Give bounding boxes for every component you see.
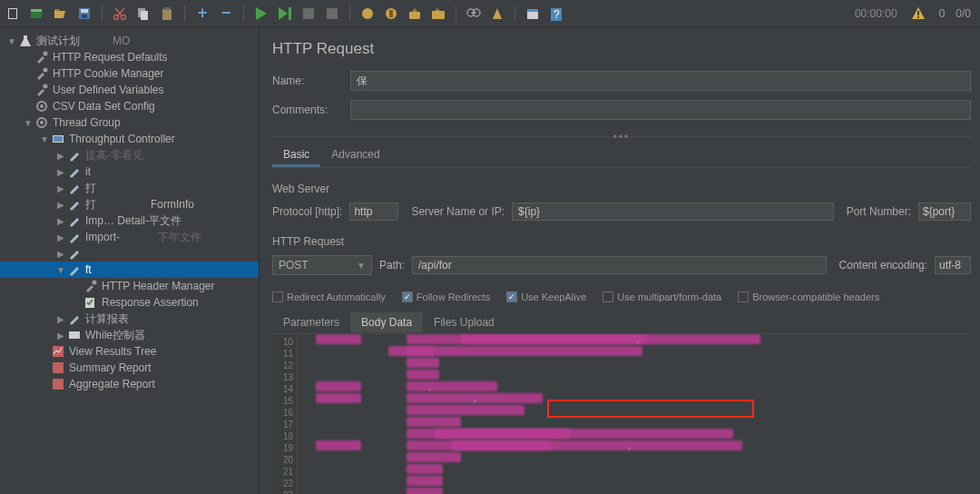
tree-throughput-controller[interactable]: ▼Throughput Controller <box>0 131 259 147</box>
svg-rect-27 <box>527 9 538 12</box>
comments-input[interactable] <box>350 100 971 120</box>
name-row: Name: <box>272 71 971 91</box>
new-icon[interactable] <box>5 5 22 22</box>
toolbar-sep <box>349 5 350 22</box>
tree-item[interactable]: ▶it <box>0 163 259 180</box>
redirect-auto-checkbox[interactable] <box>272 291 283 302</box>
tab-parameters[interactable]: Parameters <box>272 312 350 332</box>
tree-test-plan[interactable]: ▼测试计划MO <box>0 33 259 49</box>
run-no-pause-icon[interactable] <box>277 5 293 22</box>
sampler-icon <box>67 197 82 212</box>
tree-item-selected[interactable]: ▼ft <box>0 262 259 278</box>
tree-item[interactable]: ▶计算报表 <box>0 311 259 327</box>
tree-view-results-tree[interactable]: View Results Tree <box>0 343 259 360</box>
tree-cookie-manager[interactable]: HTTP Cookie Manager <box>0 65 259 82</box>
tree-user-vars[interactable]: User Defined Variables <box>0 82 259 98</box>
open-icon[interactable] <box>53 5 69 22</box>
plus-icon[interactable]: + <box>194 5 211 22</box>
name-input[interactable] <box>350 71 971 91</box>
controller-icon <box>67 328 82 342</box>
tab-files-upload[interactable]: Files Upload <box>423 312 505 332</box>
follow-redirects-checkbox[interactable] <box>402 291 413 302</box>
svg-rect-3 <box>31 9 42 12</box>
listener-icon <box>51 344 65 359</box>
tree-item[interactable]: ▶提高-零看见 <box>0 147 259 163</box>
tab-advanced[interactable]: Advanced <box>320 144 390 167</box>
svg-point-34 <box>44 84 48 89</box>
cut-icon[interactable] <box>112 5 128 22</box>
multipart-checkbox[interactable] <box>603 291 613 302</box>
svg-text:?: ? <box>554 8 560 21</box>
clear-all-icon[interactable] <box>430 5 446 22</box>
remote-start-icon[interactable] <box>359 5 376 22</box>
tree-response-assertion[interactable]: Response Assertion <box>0 294 259 311</box>
stop-icon[interactable] <box>300 5 317 22</box>
wrench-icon <box>34 66 49 81</box>
keepalive-checkbox[interactable] <box>506 291 517 302</box>
editor-code[interactable]: ,,,, <box>298 334 971 494</box>
split-pane: ▼测试计划MO HTTP Request Defaults HTTP Cooki… <box>0 27 980 494</box>
run-icon[interactable] <box>253 5 270 22</box>
options-row: Redirect Automatically Follow Redirects … <box>272 291 971 302</box>
gear-icon <box>34 99 49 114</box>
tree-item[interactable]: ▶打FormInfo <box>0 196 259 212</box>
shutdown-icon[interactable] <box>324 5 340 22</box>
tree-item[interactable]: ▶Import-下年文件 <box>0 229 259 245</box>
sampler-icon <box>67 311 82 326</box>
toolbar-sep <box>243 5 244 22</box>
tree-while-controller[interactable]: ▶While控制器 <box>0 327 259 343</box>
tree-item[interactable]: ▶ <box>0 245 259 262</box>
warning-icon[interactable] <box>910 5 926 22</box>
copy-icon[interactable] <box>135 5 152 22</box>
tree-http-defaults[interactable]: HTTP Request Defaults <box>0 49 259 65</box>
svg-rect-15 <box>289 7 291 20</box>
reset-search-icon[interactable] <box>489 5 505 22</box>
svg-rect-22 <box>432 11 445 19</box>
tab-basic[interactable]: Basic <box>272 144 320 167</box>
svg-rect-16 <box>303 8 314 19</box>
port-input[interactable] <box>918 203 971 221</box>
tree-summary-report[interactable]: Summary Report <box>0 360 259 376</box>
svg-rect-17 <box>327 8 338 19</box>
svg-point-32 <box>44 52 48 56</box>
toolbar-sep <box>102 5 103 22</box>
tree-item[interactable]: ▶打 <box>0 180 259 196</box>
function-icon[interactable] <box>524 5 541 22</box>
collapse-dots-icon[interactable]: ••• <box>613 131 631 143</box>
remote-stop-icon[interactable] <box>383 5 399 22</box>
panel-title: HTTP Request <box>272 40 971 58</box>
svg-rect-5 <box>81 9 88 13</box>
chevron-down-icon: ▼ <box>357 261 366 271</box>
content-encoding-input[interactable] <box>935 256 971 274</box>
templates-icon[interactable] <box>29 5 45 22</box>
assertion-icon <box>83 295 98 310</box>
paste-icon[interactable] <box>159 5 175 22</box>
body-editor[interactable]: 10111213141516171819202122232425 ,,,, <box>272 333 971 494</box>
search-icon[interactable] <box>466 5 482 22</box>
minus-icon[interactable]: − <box>218 5 234 22</box>
tree-aggregate-report[interactable]: Aggregate Report <box>0 376 259 392</box>
path-input[interactable] <box>412 256 827 274</box>
tree-thread-group[interactable]: ▼Thread Group <box>0 114 259 131</box>
err-count: 0/0 <box>956 7 971 20</box>
http-request-label: HTTP Request <box>272 235 971 248</box>
sampler-icon <box>67 246 82 261</box>
tree-csv-config[interactable]: CSV Data Set Config <box>0 98 259 114</box>
toolbar-sep <box>514 5 515 22</box>
clear-icon[interactable] <box>407 5 423 22</box>
browser-headers-checkbox[interactable] <box>738 291 749 302</box>
protocol-input[interactable] <box>349 203 398 221</box>
method-value: POST <box>279 259 309 272</box>
gear-icon <box>34 115 49 130</box>
tree-header-manager[interactable]: HTTP Header Manager <box>0 278 259 294</box>
toolbar-sep <box>184 5 185 22</box>
svg-rect-12 <box>141 11 148 20</box>
svg-rect-1 <box>9 9 16 18</box>
server-input[interactable] <box>512 203 834 221</box>
tree-item[interactable]: ▶Imp… Detail-平文件 <box>0 212 259 229</box>
help-icon[interactable]: ? <box>548 5 564 22</box>
method-select[interactable]: POST▼ <box>272 255 372 275</box>
web-server-row: Protocol [http]: Server Name or IP: Port… <box>272 203 971 221</box>
tab-body-data[interactable]: Body Data <box>350 312 423 332</box>
save-icon[interactable] <box>76 5 93 22</box>
